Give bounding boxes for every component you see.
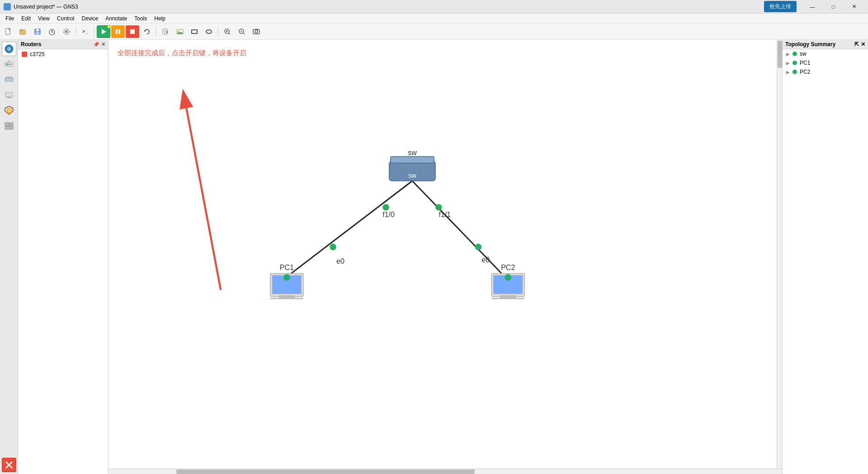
main-layout: ⊕ 🔀 Routers 📌 ✕ [0,40,868,474]
topology-close-button[interactable]: ✕ [861,41,865,47]
menu-item-file[interactable]: File [2,14,18,23]
routers-icon[interactable] [2,57,16,71]
screenshot-button[interactable] [250,25,263,38]
svg-rect-41 [5,78,13,81]
svg-point-9 [65,30,68,33]
h-scrollbar[interactable] [108,469,782,474]
svg-text:🔀: 🔀 [6,108,12,114]
play-button[interactable] [97,25,110,38]
menu-item-device[interactable]: Device [78,14,102,23]
v-scrollbar[interactable] [777,40,782,469]
svg-text:sw: sw [408,148,417,156]
svg-text:e0: e0 [336,257,344,265]
reload-button[interactable] [140,25,154,38]
svg-rect-45 [5,92,13,97]
toolbar: >_ [0,24,868,40]
svg-point-60 [475,244,482,251]
new-button[interactable] [2,25,15,38]
upload-button[interactable]: 抢先上传 [764,1,797,12]
edit-note-button[interactable] [159,25,172,38]
menu-item-help[interactable]: Help [151,14,169,23]
topology-pin-button[interactable]: ⇱ [854,41,859,47]
separator-1 [75,27,76,37]
zoom-out-button[interactable] [235,25,249,38]
left-sidebar: ⊕ 🔀 [0,40,18,474]
rect-button[interactable] [188,25,201,38]
menu-item-view[interactable]: View [34,14,53,23]
separator-4 [218,27,218,37]
window-title: Unsaved project* — GNS3 [14,4,78,10]
separator-2 [94,27,94,37]
svg-point-38 [6,63,8,65]
svg-text:PC2: PC2 [501,263,515,271]
title-bar-controls: — □ ✕ [802,0,864,14]
v-scroll-thumb[interactable] [778,41,782,68]
topo-arrow-sw: ▶ [786,52,790,57]
menu-item-tools[interactable]: Tools [131,14,151,23]
svg-text:e0: e0 [481,256,490,264]
svg-line-56 [412,181,505,277]
svg-point-59 [435,204,442,211]
topo-status-sw [793,52,797,56]
topo-label-sw: sw [800,51,807,57]
device-item-c3725[interactable]: c3725 [18,49,108,59]
canvas-area[interactable]: 全部连接完成后，点击开启键，将设备开启 f1/0 f1/1 e0 e0 sw s… [108,40,782,474]
browse-all-icon[interactable]: ⊕ [2,42,16,56]
panel-pin-button[interactable]: 📌 [93,42,99,47]
menu-item-edit[interactable]: Edit [18,14,34,23]
panel-close-button[interactable]: ✕ [101,42,105,47]
svg-point-33 [255,30,258,33]
topology-svg: f1/0 f1/1 e0 e0 sw sw PC1 [108,40,782,474]
device-name: c3725 [30,51,45,57]
svg-rect-34 [255,29,258,30]
ellipse-button[interactable] [202,25,216,38]
svg-point-24 [206,30,212,33]
title-bar-left: Unsaved project* — GNS3 [4,3,78,10]
svg-text:f1/0: f1/0 [382,210,395,218]
console-button[interactable]: >_ [78,25,92,38]
svg-rect-14 [130,29,135,34]
svg-point-74 [283,274,290,281]
svg-text:⊕: ⊕ [7,46,11,52]
separator-3 [156,27,156,37]
svg-rect-5 [36,32,39,34]
svg-point-57 [382,204,389,211]
pause-button[interactable] [111,25,125,38]
svg-rect-23 [192,30,197,33]
menu-item-control[interactable]: Control [53,14,78,23]
save-button[interactable] [31,25,44,38]
topo-label-pc1: PC1 [800,60,810,66]
maximize-button[interactable]: □ [823,0,844,14]
svg-rect-50 [5,123,9,126]
switches-icon[interactable] [2,72,16,87]
topo-item-pc2[interactable]: ▶ PC2 [783,67,868,76]
svg-text:sw: sw [408,172,416,179]
all-devices-icon[interactable] [2,118,16,133]
topo-item-sw[interactable]: ▶ sw [783,49,868,58]
endpoints-icon[interactable] [2,88,16,102]
insert-image-button[interactable] [173,25,187,38]
close-button[interactable]: ✕ [844,0,864,14]
topology-summary-panel: Topology Summary ⇱ ✕ ▶ sw ▶ PC1 ▶ PC2 [782,40,868,474]
svg-rect-52 [5,126,13,129]
security-icon[interactable]: 🔀 [2,103,16,118]
svg-line-28 [229,33,230,34]
open-button[interactable] [16,25,30,38]
minimize-button[interactable]: — [802,0,823,14]
topo-item-pc1[interactable]: ▶ PC1 [783,58,868,67]
stop-button[interactable] [126,25,139,38]
svg-line-31 [243,33,245,34]
h-scroll-thumb[interactable] [176,469,475,474]
svg-rect-2 [20,29,23,31]
switch-sw[interactable]: sw sw [389,148,435,181]
svg-rect-51 [9,123,13,126]
device-panel: Routers 📌 ✕ c3725 [18,40,108,474]
timer-button[interactable] [45,25,59,38]
zoom-in-button[interactable] [221,25,234,38]
menu-item-annotate[interactable]: Annotate [102,14,131,23]
svg-rect-4 [36,29,39,31]
add-link-icon[interactable] [2,458,16,472]
preferences-button[interactable] [60,25,73,38]
topology-summary-header: Topology Summary ⇱ ✕ [783,40,868,49]
gns3-icon [4,3,11,10]
